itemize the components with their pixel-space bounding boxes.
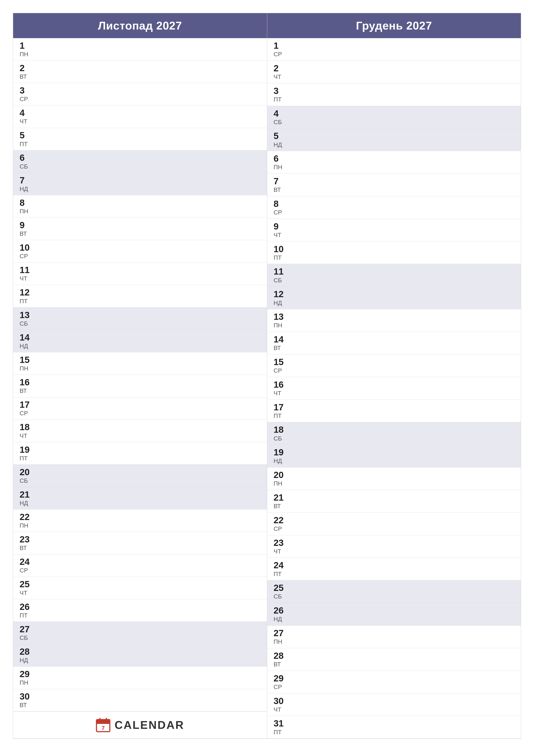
day-number: 25 [274, 583, 515, 593]
day-number: 5 [274, 131, 515, 141]
day-name: ПН [20, 522, 261, 529]
day-name: СБ [20, 477, 261, 484]
day-row: 26ПТ [13, 599, 267, 622]
day-name: ПТ [274, 412, 515, 419]
day-number: 8 [20, 198, 261, 208]
day-number: 24 [20, 557, 261, 567]
day-name: ПТ [274, 729, 515, 736]
day-name: ПН [274, 322, 515, 329]
day-number: 28 [274, 651, 515, 661]
day-name: ПТ [274, 254, 515, 261]
day-row: 21НД [13, 487, 267, 509]
day-row: 14НД [13, 330, 267, 352]
day-row: 29ПН [13, 666, 267, 689]
day-number: 24 [274, 560, 515, 570]
day-name: НД [20, 185, 261, 193]
day-row: 16ЧТ [267, 377, 521, 400]
day-number: 13 [274, 312, 515, 322]
day-name: НД [20, 500, 261, 507]
day-number: 3 [274, 86, 515, 96]
day-name: СБ [274, 593, 515, 600]
month-column-november: Листопад 20271ПН2ВТ3СР4ЧТ5ПТ6СБ7НД8ПН9ВТ… [13, 13, 267, 739]
calendar-icon: 7 [96, 717, 111, 733]
page: Листопад 20271ПН2ВТ3СР4ЧТ5ПТ6СБ7НД8ПН9ВТ… [0, 0, 534, 756]
day-number: 17 [20, 400, 261, 410]
day-number: 29 [20, 669, 261, 679]
day-row: 4СБ [267, 106, 521, 129]
day-name: ЧТ [274, 73, 515, 81]
day-row: 13ПН [267, 309, 521, 332]
calendar-container: Листопад 20271ПН2ВТ3СР4ЧТ5ПТ6СБ7НД8ПН9ВТ… [13, 13, 521, 739]
day-number: 1 [20, 41, 261, 51]
day-number: 9 [20, 220, 261, 230]
day-row: 23ЧТ [267, 535, 521, 558]
day-row: 14ВТ [267, 332, 521, 355]
day-number: 27 [20, 624, 261, 634]
day-number: 14 [20, 333, 261, 342]
day-name: ВТ [274, 661, 515, 668]
day-row: 11СБ [267, 264, 521, 286]
day-name: СР [20, 567, 261, 574]
day-row: 29СР [267, 671, 521, 693]
day-number: 12 [20, 287, 261, 297]
day-row: 20ПН [267, 468, 521, 490]
day-number: 9 [274, 222, 515, 231]
day-number: 30 [20, 691, 261, 701]
day-row: 17СР [13, 397, 267, 420]
month-header-december: Грудень 2027 [267, 13, 521, 38]
day-number: 2 [274, 63, 515, 73]
day-number: 6 [274, 154, 515, 164]
day-name: ВТ [20, 544, 261, 552]
day-name: СР [274, 51, 515, 58]
day-row: 13СБ [13, 308, 267, 330]
day-row: 21ВТ [267, 490, 521, 513]
day-row: 12НД [267, 286, 521, 309]
day-row: 5ПТ [13, 128, 267, 150]
day-name: ВТ [274, 186, 515, 194]
day-number: 12 [274, 289, 515, 299]
day-name: СБ [20, 320, 261, 327]
day-number: 27 [274, 628, 515, 638]
day-row: 5НД [267, 128, 521, 151]
day-number: 18 [20, 422, 261, 432]
day-row: 9ВТ [13, 218, 267, 240]
day-number: 11 [274, 267, 515, 277]
day-name: ПТ [20, 141, 261, 148]
day-row: 15ПН [13, 352, 267, 375]
day-row: 6СБ [13, 150, 267, 173]
day-number: 15 [274, 357, 515, 367]
day-name: ПН [20, 51, 261, 58]
day-name: НД [274, 457, 515, 465]
day-number: 26 [274, 606, 515, 615]
day-row: 31ПТ [267, 716, 521, 739]
day-number: 10 [20, 243, 261, 253]
day-name: НД [20, 342, 261, 350]
day-name: СР [20, 253, 261, 260]
day-row: 2ВТ [13, 61, 267, 83]
day-row: 9ЧТ [267, 219, 521, 242]
day-row: 25СБ [267, 580, 521, 603]
day-number: 18 [274, 425, 515, 435]
day-number: 13 [20, 310, 261, 320]
day-row: 22СР [267, 513, 521, 535]
day-row: 2ЧТ [267, 61, 521, 83]
day-number: 26 [20, 602, 261, 612]
day-name: ПН [274, 638, 515, 645]
day-name: СБ [274, 119, 515, 126]
day-number: 11 [20, 265, 261, 275]
day-row: 18ЧТ [13, 420, 267, 442]
day-row: 24ПТ [267, 558, 521, 580]
day-name: СБ [20, 634, 261, 641]
day-name: ЧТ [20, 118, 261, 125]
day-number: 3 [20, 86, 261, 95]
svg-text:7: 7 [102, 725, 105, 731]
day-number: 10 [274, 244, 515, 254]
day-name: ВТ [20, 73, 261, 80]
day-number: 4 [274, 109, 515, 119]
day-number: 5 [20, 130, 261, 140]
day-row: 15СР [267, 355, 521, 377]
day-row: 30ЧТ [267, 693, 521, 716]
day-name: ВТ [274, 502, 515, 510]
day-name: СР [20, 410, 261, 417]
day-number: 16 [274, 380, 515, 390]
